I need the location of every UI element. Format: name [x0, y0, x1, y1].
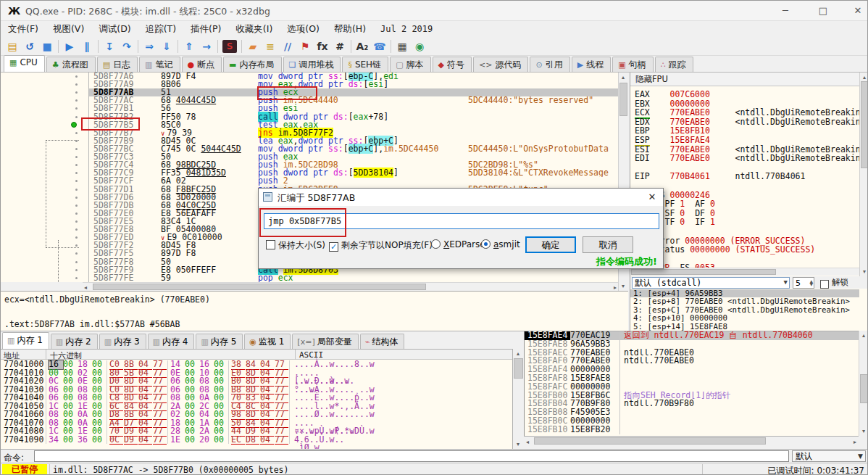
disasm-gutter[interactable] [1, 218, 88, 226]
disasm-gutter[interactable] [1, 249, 88, 257]
scroll-up-icon[interactable]: ▴ [862, 332, 865, 339]
stack-argument-row[interactable]: 3: [esp+C] 770EABE0 <ntdll.DbgUiRemoteBr… [630, 306, 859, 314]
dialog-checkbox-0[interactable]: 保持大小(S) [266, 239, 325, 251]
stack-argument-row[interactable]: 1: [esp+4] 96A59BB3 [630, 289, 859, 297]
open-file-icon[interactable]: ▤ [4, 38, 21, 54]
memory-dump-rows[interactable]: 7704100016001800C08B04771400160038840477… [1, 360, 512, 444]
comments-icon[interactable]: ≡ [262, 38, 279, 54]
disasm-gutter[interactable] [1, 121, 88, 129]
pause-icon[interactable]: ∥ [78, 38, 96, 54]
stack-vertical-scrollbar[interactable]: ▴ ▾ [859, 331, 868, 436]
disasm-gutter[interactable] [1, 104, 88, 112]
scroll-right-icon[interactable]: ▸ [614, 284, 617, 291]
tab-trace[interactable]: ∴跟踪 [655, 57, 693, 72]
register-line[interactable]: EDI 770EABE0 <ntdll.DbgUiRemoteBreakin> [635, 154, 859, 163]
run-to-user-code-icon[interactable]: ⇑ [180, 38, 198, 54]
menu-item[interactable]: 插件(P) [183, 21, 228, 38]
disasm-gutter[interactable] [1, 241, 88, 249]
stack-arguments-list[interactable]: 1: [esp+4] 96A59BB32: [esp+8] 770EABE0 <… [630, 289, 859, 331]
assemble-icon[interactable]: A₂ [354, 38, 371, 54]
ok-button[interactable]: 确定 [525, 236, 576, 253]
dialog-radio-1[interactable]: asmjit [481, 239, 520, 251]
disasm-gutter[interactable] [1, 177, 88, 185]
register-line[interactable]: LastStatus 00000000 (STATUS_SUCCESS) [635, 245, 859, 255]
calling-convention-select[interactable]: 默认 (stdcall)▼ [632, 277, 790, 289]
tab-threads[interactable]: ▶线程 [572, 57, 611, 72]
command-type-select[interactable]: 默认▼ [792, 450, 866, 462]
registers-vertical-scrollbar[interactable]: ▴ ▾ [859, 73, 868, 276]
scroll-up-icon[interactable]: ▴ [863, 74, 866, 80]
radio-icon[interactable] [431, 239, 441, 249]
attach-icon[interactable]: → [198, 38, 215, 54]
calculator-icon[interactable]: ▦ [393, 38, 411, 54]
stack-row[interactable]: 15E8FB1015E8FB20 [525, 426, 859, 434]
register-line[interactable]: EIP 770B4061 ntdll.770B4061 [635, 172, 859, 181]
scroll-up-icon[interactable]: ▴ [517, 350, 519, 357]
disasm-row[interactable]: 5D8F77FE59pop ecx [1, 274, 618, 282]
dialog-radio-0[interactable]: XEDParse [431, 239, 485, 251]
scroll-down-icon[interactable]: ▾ [863, 268, 866, 275]
hide-fpu-button[interactable]: 隐藏FPU [630, 73, 859, 86]
disasm-gutter[interactable] [1, 234, 88, 241]
disasm-gutter[interactable] [1, 161, 88, 169]
disasm-gutter[interactable] [1, 210, 88, 218]
tab-dump-1[interactable]: ▥内存 1 [2, 332, 49, 349]
close-icon[interactable]: ■ [38, 38, 56, 54]
tab-dump-5[interactable]: ▥内存 5 [196, 334, 243, 349]
checkbox-checked-icon[interactable]: ✓ [329, 242, 338, 252]
maximize-button[interactable]: □ [806, 1, 840, 21]
menu-item[interactable]: 追踪(T) [138, 21, 183, 38]
disasm-gutter[interactable] [1, 96, 88, 104]
scroll-down-icon[interactable]: ▾ [517, 441, 519, 447]
restart-icon[interactable]: ↺ [21, 38, 38, 54]
tab-source[interactable]: <>源代码 [473, 57, 528, 72]
disasm-gutter[interactable] [1, 145, 88, 153]
skip-icon[interactable]: ⇒ [141, 38, 158, 54]
command-input[interactable] [34, 450, 789, 462]
tab-dump-4[interactable]: ▥内存 4 [148, 334, 195, 349]
disasm-gutter[interactable] [1, 80, 88, 88]
stack-argument-row[interactable]: 4: [esp+10] 00000000 [630, 314, 859, 322]
internet-icon[interactable]: ◉ [411, 38, 428, 54]
menu-item[interactable]: 帮助(H) [327, 21, 373, 38]
scylla-icon[interactable]: S [222, 40, 237, 53]
bookmark-icon[interactable]: ⚑ [296, 38, 314, 54]
unlock-checkbox[interactable] [820, 280, 829, 289]
scroll-up-icon[interactable]: ▴ [622, 74, 625, 80]
strings-icon[interactable]: // [279, 38, 296, 54]
tab-watch-1[interactable]: ◉监视 1 [244, 334, 291, 349]
execute-till-return-icon[interactable]: ⇓ [158, 38, 175, 54]
tab-graph[interactable]: ♣流程图 [46, 57, 96, 72]
scroll-left-icon[interactable]: ◂ [84, 284, 87, 291]
minimize-button[interactable]: ─ [769, 1, 802, 21]
scroll-right-icon[interactable]: ▸ [854, 439, 856, 445]
registers-horizontal-scrollbar[interactable] [630, 268, 859, 276]
tab-references[interactable]: ⊙引用 [530, 57, 569, 72]
disasm-gutter[interactable] [1, 113, 88, 121]
hash-icon[interactable]: # [331, 38, 349, 54]
menu-item[interactable]: 调试(D) [91, 21, 138, 38]
tab-dump-2[interactable]: ▥内存 2 [51, 334, 98, 349]
register-line[interactable]: CF 0 TF 0 IF 1 [635, 218, 859, 227]
disasm-gutter[interactable] [1, 258, 88, 266]
tab-memory-map[interactable]: ▬内存布局 [223, 57, 281, 72]
patches-icon[interactable]: ▰ [244, 38, 262, 54]
dialog-checkbox-1[interactable]: ✓剩余字节以NOP填充(F) [329, 239, 433, 251]
disasm-gutter[interactable] [1, 137, 88, 145]
tab-log[interactable]: ▤日志 [97, 57, 138, 72]
tab-dump-3[interactable]: ▥内存 3 [99, 334, 146, 349]
disasm-gutter[interactable] [1, 194, 88, 202]
disasm-horizontal-scrollbar[interactable]: ◂ ▸ [83, 282, 618, 291]
argument-depth-spinner[interactable]: 5▲▼ [793, 277, 814, 289]
functions-icon[interactable]: fx [314, 38, 331, 54]
disasm-gutter[interactable] [1, 129, 88, 137]
memory-vertical-scrollbar[interactable]: ▴ ▾ [512, 349, 524, 449]
disasm-gutter[interactable] [1, 226, 88, 234]
disasm-gutter[interactable] [1, 88, 88, 96]
call-icon[interactable]: ☎ [371, 38, 388, 54]
tab-handles[interactable]: ▣句柄 [612, 57, 653, 72]
stack-argument-row[interactable]: 5: [esp+14] 15E8FAE8 [630, 323, 859, 331]
tab-seh[interactable]: §SEH链 [342, 57, 388, 72]
disasm-gutter[interactable] [1, 202, 88, 210]
step-over-icon[interactable]: ↷ [118, 38, 135, 54]
